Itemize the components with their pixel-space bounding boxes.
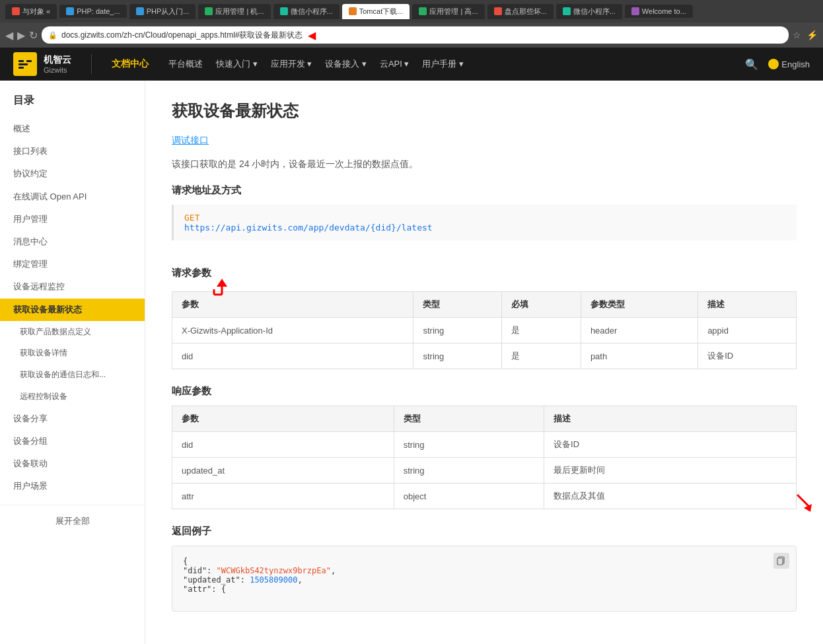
res-cell-type-2: string: [394, 458, 544, 483]
address-text: docs.gizwits.com/zh-cn/Cloud/openapi_app…: [61, 30, 303, 41]
address-arrow: ◀: [308, 29, 316, 42]
debug-link[interactable]: 调试接口: [172, 135, 209, 147]
res-cell-desc-1: 设备ID: [544, 432, 797, 458]
tab-bar: 与对象 « PHP: date_... PHP从入门... 应用管理 | 机..…: [0, 0, 823, 22]
code-line-2: "did": "WCWGkbS42tynzwx9brzpEa",: [183, 566, 785, 575]
sidebar-item-comm-log[interactable]: 获取设备的通信日志和...: [0, 364, 145, 386]
top-nav: 机智云 Gizwits 文档中心 平台概述 快速入门 ▾ 应用开发 ▾ 设备接入…: [0, 48, 823, 81]
req-cell-desc-2: 设备ID: [698, 343, 797, 369]
logo-text: 机智云: [44, 54, 71, 66]
tab-3[interactable]: PHP从入门...: [129, 4, 196, 19]
search-icon[interactable]: 🔍: [745, 58, 758, 71]
code-line-1: {: [183, 557, 785, 566]
tab-favicon-9: [563, 7, 571, 15]
nav-link-overview[interactable]: 平台概述: [168, 58, 203, 70]
tab-favicon-5: [280, 7, 288, 15]
nav-link-appdev[interactable]: 应用开发 ▾: [271, 58, 312, 70]
req-cell-required-1: 是: [501, 318, 581, 343]
nav-links: 平台概述 快速入门 ▾ 应用开发 ▾ 设备接入 ▾ 云API ▾ 用户手册 ▾: [168, 58, 725, 70]
svg-rect-0: [18, 60, 24, 62]
svg-rect-11: [777, 558, 783, 565]
tab-7[interactable]: 应用管理 | 高...: [412, 4, 484, 19]
return-section: 返回例子 { "did": "WCWGkbS42tynzwx9brzpEa", …: [172, 525, 797, 612]
sidebar-item-device-linkage[interactable]: 设备联动: [0, 452, 145, 475]
refresh-icon[interactable]: ↻: [29, 29, 38, 42]
tab-1[interactable]: 与对象 «: [5, 4, 57, 19]
tab-favicon-1: [12, 7, 20, 15]
sidebar-item-api-list[interactable]: 接口列表: [0, 140, 145, 162]
response-params-table: 参数 类型 描述 did string 设备ID updated_at stri…: [172, 406, 797, 509]
code-line-3: "updated_at": 1505809000,: [183, 575, 785, 585]
request-params-section: 请求参数: [172, 254, 211, 287]
res-col-type: 类型: [394, 406, 544, 432]
sidebar: 目录 概述 接口列表 协议约定 在线调试 Open API 用户管理 消息中心 …: [0, 81, 145, 644]
res-cell-param-2: updated_at: [172, 458, 394, 483]
tab-favicon-3: [136, 7, 144, 15]
lang-circle-icon: [768, 59, 779, 69]
back-icon[interactable]: ◀: [5, 29, 13, 42]
res-row-3: attr object 数据点及其值: [172, 483, 797, 509]
sidebar-item-user-scene[interactable]: 用户场景: [0, 475, 145, 497]
forward-icon[interactable]: ▶: [17, 29, 25, 42]
res-col-param: 参数: [172, 406, 394, 432]
address-bar[interactable]: 🔒 docs.gizwits.com/zh-cn/Cloud/openapi_a…: [42, 26, 789, 44]
svg-marker-5: [217, 279, 227, 287]
code-example: { "did": "WCWGkbS42tynzwx9brzpEa", "upda…: [172, 546, 797, 612]
copy-button[interactable]: [773, 553, 789, 569]
res-col-desc: 描述: [544, 406, 797, 432]
nav-link-quickstart[interactable]: 快速入门 ▾: [216, 58, 258, 70]
res-row-2: updated_at string 最后更新时间: [172, 458, 797, 483]
sidebar-expand-btn[interactable]: 展开全部: [0, 505, 145, 537]
tab-4[interactable]: 应用管理 | 机...: [198, 4, 270, 19]
annotation-arrow-1: [211, 272, 233, 297]
logo-area: 机智云 Gizwits: [13, 52, 71, 76]
tab-5[interactable]: 微信小程序...: [273, 4, 340, 19]
tab-6[interactable]: Tomcat下载...: [342, 4, 410, 19]
nav-link-usermanual[interactable]: 用户手册 ▾: [422, 58, 464, 70]
res-cell-type-3: object: [394, 483, 544, 509]
nav-doc-center: 文档中心: [112, 58, 149, 70]
req-cell-type-2: string: [413, 343, 501, 369]
tab-8[interactable]: 盘点那些坏...: [487, 4, 554, 19]
req-row-2: did string 是 path 设备ID: [172, 343, 797, 369]
sidebar-item-protocol[interactable]: 协议约定: [0, 162, 145, 185]
page-title: 获取设备最新状态: [172, 100, 797, 122]
req-col-param: 参数: [172, 292, 413, 318]
sidebar-item-binding[interactable]: 绑定管理: [0, 253, 145, 275]
sidebar-item-openapi[interactable]: 在线调试 Open API: [0, 186, 145, 208]
tab-favicon-4: [205, 7, 213, 15]
tab-10[interactable]: Welcome to...: [625, 5, 693, 18]
language-button[interactable]: English: [768, 59, 810, 69]
sidebar-item-user-mgmt[interactable]: 用户管理: [0, 208, 145, 231]
tab-2[interactable]: PHP: date_...: [59, 5, 126, 18]
tab-favicon-8: [494, 7, 502, 15]
sidebar-item-device-group[interactable]: 设备分组: [0, 430, 145, 452]
svg-rect-2: [18, 67, 24, 69]
sidebar-item-remote-monitor[interactable]: 设备远程监控: [0, 275, 145, 298]
svg-rect-1: [18, 63, 28, 65]
sidebar-item-datapoints[interactable]: 获取产品数据点定义: [0, 321, 145, 343]
res-cell-param-3: attr: [172, 483, 394, 509]
sidebar-item-latest-status[interactable]: 获取设备最新状态: [0, 299, 145, 321]
request-section-title: 请求地址及方式: [172, 184, 797, 197]
tab-favicon-7: [419, 7, 427, 15]
main-content: 获取设备最新状态 调试接口 该接口获取的是 24 小时内，设备最近一次上报的数据…: [145, 81, 823, 644]
logo-icon: [13, 52, 37, 76]
req-cell-param-2: did: [172, 343, 413, 369]
sidebar-item-message-center[interactable]: 消息中心: [0, 231, 145, 253]
tab-9[interactable]: 微信小程序...: [556, 4, 622, 19]
sidebar-item-device-detail[interactable]: 获取设备详情: [0, 342, 145, 364]
nav-link-cloudapi[interactable]: 云API ▾: [380, 58, 410, 70]
sidebar-item-remote-ctrl[interactable]: 远程控制设备: [0, 386, 145, 408]
bookmark-icon[interactable]: ☆: [793, 30, 801, 40]
req-col-param-type: 参数类型: [581, 292, 698, 318]
extension-icon[interactable]: ⚡: [806, 30, 818, 40]
req-cell-type-1: string: [413, 318, 501, 343]
description: 该接口获取的是 24 小时内，设备最近一次上报的数据点值。: [172, 157, 797, 171]
sidebar-item-overview[interactable]: 概述: [0, 118, 145, 140]
nav-link-deviceaccess[interactable]: 设备接入 ▾: [325, 58, 367, 70]
tab-favicon-6: [349, 7, 357, 15]
req-cell-desc-1: appid: [698, 318, 797, 343]
sidebar-item-device-share[interactable]: 设备分享: [0, 408, 145, 430]
nav-right: 🔍 English: [745, 58, 810, 71]
